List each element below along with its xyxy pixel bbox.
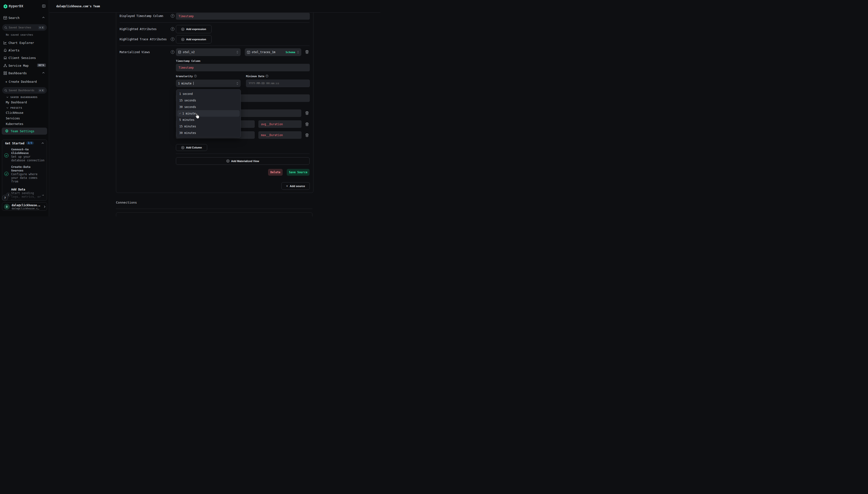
get-started-progress-badge: 2/3 <box>26 141 34 145</box>
saved-dashboards-input[interactable] <box>9 89 37 92</box>
database-icon <box>178 51 181 54</box>
presets-section[interactable]: PRESETS <box>6 107 22 109</box>
help-icon[interactable]: ? <box>171 50 174 54</box>
sidebar-item-team-settings[interactable]: Team Settings <box>2 128 47 135</box>
sidebar-item-label: Client Sessions <box>8 56 36 60</box>
table-icon <box>247 51 250 54</box>
saved-searches-search[interactable]: ⌘ K <box>2 24 47 31</box>
field-label: Minimum Date? <box>246 75 268 78</box>
add-expression-button[interactable]: Add expression <box>176 25 212 33</box>
dropdown-option[interactable]: 15 seconds <box>177 97 240 104</box>
select-value: 1 minute <box>178 82 191 85</box>
add-materialized-view-button[interactable]: Add Materialized View <box>176 157 310 165</box>
dropdown-option[interactable]: 5 minutes <box>177 117 240 123</box>
save-source-button[interactable]: Save Source <box>287 169 310 176</box>
sidebar-item-service-map[interactable]: Service Map BETA <box>0 62 49 69</box>
plus-circle-icon <box>181 38 185 41</box>
delete-materialized-view-icon[interactable] <box>305 50 309 54</box>
field-label: Highlighted Attributes <box>120 26 156 32</box>
plus-icon: + <box>5 80 7 84</box>
sidebar-item-kubernetes[interactable]: Kubernetes <box>6 122 23 126</box>
minimum-date-input[interactable] <box>246 80 310 87</box>
collapse-sidebar-icon[interactable] <box>42 5 45 7</box>
delete-column-icon[interactable] <box>305 122 309 127</box>
plus-circle-icon <box>181 28 185 31</box>
sidebar-item-clickhouse[interactable]: ClickHouse <box>6 111 23 115</box>
step-desc: Start sending logs, metrics, or traces <box>11 191 43 201</box>
section-label: SAVED DASHBOARDS <box>11 96 38 98</box>
step-done-icon <box>4 153 8 157</box>
granularity-select[interactable]: 1 minute <box>176 80 240 87</box>
help-button[interactable]: ? <box>2 195 8 201</box>
get-started-step[interactable]: Create Data Sources Configure where your… <box>11 165 45 184</box>
saved-searches-input[interactable] <box>9 26 37 29</box>
help-icon[interactable]: ? <box>194 75 197 77</box>
step-done-icon <box>4 172 8 176</box>
button-label: Add source <box>290 185 305 188</box>
sidebar-item-search[interactable]: Search <box>0 14 49 21</box>
chevron-up-icon[interactable] <box>42 72 45 74</box>
team-settings-content: Displayed Timestamp Column ? Timestamp H… <box>49 13 380 216</box>
chevron-up-icon[interactable] <box>41 142 44 144</box>
help-icon[interactable]: ? <box>171 37 174 41</box>
section-label: PRESETS <box>11 107 22 109</box>
connections-heading: Connections <box>116 201 137 204</box>
get-started-panel: Get Started 2/3 Connect to ClickHouse Se… <box>2 139 47 201</box>
chevron-down-icon <box>6 107 8 109</box>
field-label: Timestamp Column <box>176 59 200 62</box>
sidebar-item-label: Chart Explorer <box>8 41 34 45</box>
dropdown-option[interactable]: 30 seconds <box>177 103 240 110</box>
page-header: dale@clickhouse.com's Team <box>49 0 380 13</box>
get-started-step[interactable]: Connect to ClickHouse Set up your databa… <box>11 148 45 162</box>
sidebar-item-dashboards[interactable]: Dashboards <box>0 70 49 76</box>
add-column-button[interactable]: Add Column <box>176 144 207 151</box>
saved-dashboards-search[interactable]: ⌘ K <box>2 87 47 94</box>
dropdown-option[interactable]: 30 minutes <box>177 130 240 136</box>
step-title: Connect to ClickHouse <box>11 148 41 155</box>
mv-timestamp-column-input[interactable]: Timestamp <box>176 64 310 71</box>
mv-column-alias-input[interactable]: max__Duration <box>258 131 302 139</box>
user-menu[interactable]: D dale@clickhouse.… dale@clickhouse.c… <box>2 202 47 211</box>
delete-source-button[interactable]: Delete <box>268 169 283 176</box>
sidebar-item-alerts[interactable]: Alerts <box>0 47 49 54</box>
button-label: Add Materialized View <box>231 160 259 163</box>
field-value: avg__Duration <box>261 122 283 126</box>
table-select[interactable]: otel_traces_1m Schema <box>245 48 301 56</box>
sidebar-item-chart-explorer[interactable]: Chart Explorer <box>0 39 49 46</box>
create-dashboard-button[interactable]: + Create Dashboard <box>0 78 49 85</box>
schema-link[interactable]: Schema <box>286 51 295 54</box>
get-started-step[interactable]: Add Data Start sending logs, metrics, or… <box>11 188 43 201</box>
help-icon[interactable]: ? <box>171 14 174 18</box>
granularity-dropdown: 1 second 15 seconds 30 seconds ✓ 1 minut… <box>176 89 241 137</box>
displayed-timestamp-input[interactable]: Timestamp <box>176 13 310 20</box>
step-desc: Set up your database connection <box>11 155 45 162</box>
text-caret <box>193 82 194 85</box>
dashboards-icon <box>3 71 7 75</box>
add-expression-button[interactable]: Add expression <box>176 35 212 43</box>
step-desc: Configure where your data comes from <box>11 172 45 184</box>
add-source-button[interactable]: + Add source <box>282 182 310 190</box>
hyperdx-logo-icon <box>3 4 7 9</box>
chevron-down-icon <box>6 97 8 98</box>
help-icon[interactable]: ? <box>171 27 174 31</box>
delete-column-icon[interactable] <box>305 133 309 137</box>
gear-icon <box>5 129 9 133</box>
plus-circle-icon <box>226 159 230 163</box>
dropdown-option[interactable]: 1 second <box>177 91 240 97</box>
select-value: otel_v2 <box>183 51 195 54</box>
select-value: otel_traces_1m <box>252 51 275 54</box>
step-title: Create Data Sources <box>11 165 41 172</box>
saved-dashboards-section[interactable]: SAVED DASHBOARDS <box>6 96 38 98</box>
dropdown-option[interactable]: 15 minutes <box>177 123 240 130</box>
beta-badge: BETA <box>37 63 46 67</box>
help-icon[interactable]: ? <box>266 75 268 77</box>
delete-column-icon[interactable] <box>305 111 309 115</box>
database-select[interactable]: otel_v2 <box>176 48 240 56</box>
sidebar-item-client-sessions[interactable]: Client Sessions <box>0 54 49 61</box>
chart-explorer-icon <box>3 41 7 45</box>
chevron-up-icon[interactable] <box>42 17 45 18</box>
sidebar-item-my-dashboard[interactable]: My Dashboard <box>6 101 27 104</box>
dropdown-option-selected[interactable]: ✓ 1 minute <box>177 110 240 117</box>
mv-column-alias-input[interactable]: avg__Duration <box>258 120 302 128</box>
sidebar-item-services[interactable]: Services <box>6 117 20 120</box>
